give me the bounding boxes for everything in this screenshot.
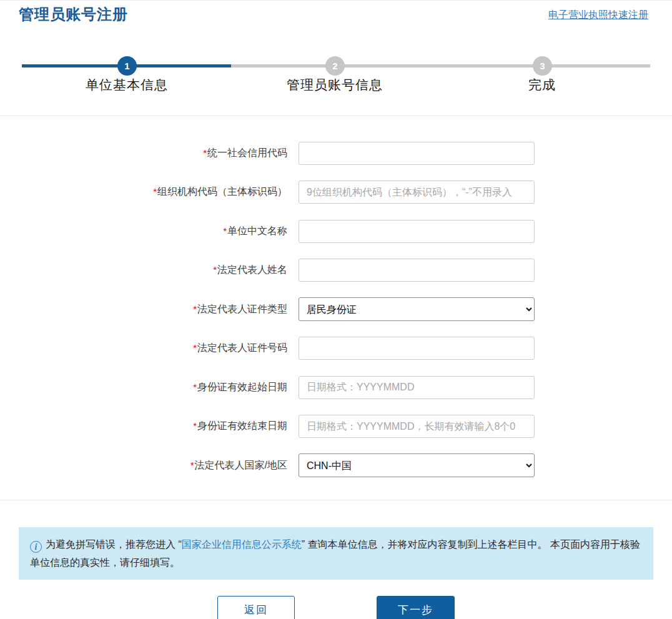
unified-social-credit-code-input[interactable]: [299, 142, 535, 165]
next-button[interactable]: 下一步: [377, 596, 455, 619]
unit-chinese-name-input[interactable]: [299, 220, 535, 243]
unit-info-form: *统一社会信用代码 *组织机构代码（主体标识码） *单位中文名称 *法定代表人姓…: [0, 134, 672, 485]
required-marker: *: [213, 264, 217, 275]
org-code-input[interactable]: [299, 181, 535, 204]
legal-rep-country-select[interactable]: CHN-中国: [299, 453, 535, 477]
field-row-legal-rep-id-type: *法定代表人证件类型 居民身份证: [0, 290, 672, 329]
step-3-indicator: 3: [533, 56, 552, 76]
step-2-indicator: 2: [325, 56, 345, 76]
field-row-legal-rep-name: *法定代表人姓名: [0, 251, 672, 290]
quick-register-link[interactable]: 电子营业执照快速注册: [548, 9, 648, 22]
required-marker: *: [193, 382, 197, 392]
step-1-indicator: 1: [117, 56, 137, 76]
field-row-org-code: *组织机构代码（主体标识码）: [0, 173, 672, 212]
step-3-number: 3: [540, 61, 545, 71]
field-label: *身份证有效结束日期: [0, 420, 287, 433]
step-3-label: 完成: [448, 76, 636, 94]
step-2-label: 管理员账号信息: [241, 76, 428, 94]
registration-page: 管理员账号注册 电子营业执照快速注册 1 2 3 单位基本信息 管理员账号信息 …: [0, 0, 672, 619]
required-marker: *: [190, 460, 194, 470]
form-divider: [0, 500, 672, 500]
header-divider: [0, 116, 672, 116]
field-label: *单位中文名称: [0, 225, 287, 238]
required-marker: *: [153, 186, 157, 197]
notice-text-before: 为避免拼写错误，推荐您进入 “: [46, 539, 182, 550]
field-label: *法定代表人证件类型: [0, 303, 287, 316]
legal-rep-id-number-input[interactable]: [299, 337, 535, 360]
field-label: *法定代表人姓名: [0, 264, 287, 277]
field-row-id-valid-start-date: *身份证有效起始日期: [0, 368, 672, 407]
legal-rep-name-input[interactable]: [299, 259, 535, 282]
field-label: *法定代表人证件号码: [0, 342, 287, 355]
required-marker: *: [193, 304, 197, 314]
id-valid-end-date-input[interactable]: [299, 415, 535, 438]
back-button[interactable]: 返回: [217, 596, 295, 619]
field-row-legal-rep-id-number: *法定代表人证件号码: [0, 329, 672, 369]
info-icon: i: [30, 541, 42, 553]
step-1-number: 1: [124, 61, 129, 71]
required-marker: *: [203, 147, 207, 158]
step-1-label: 单位基本信息: [33, 76, 220, 94]
field-row-unified-social-credit-code: *统一社会信用代码: [0, 134, 672, 173]
field-label: *法定代表人国家/地区: [0, 459, 287, 472]
field-label: *组织机构代码（主体标识码）: [0, 186, 287, 199]
notice-banner: i为避免拼写错误，推荐您进入 “国家企业信用信息公示系统” 查询本单位信息，并将…: [19, 527, 653, 580]
required-marker: *: [193, 342, 197, 353]
required-marker: *: [193, 420, 197, 431]
field-label: *身份证有效起始日期: [0, 381, 287, 394]
step-2-number: 2: [332, 61, 337, 71]
field-row-unit-name: *单位中文名称: [0, 212, 672, 251]
credit-system-link[interactable]: 国家企业信用信息公示系统: [182, 539, 302, 550]
id-valid-start-date-input[interactable]: [299, 376, 535, 399]
legal-rep-id-type-select[interactable]: 居民身份证: [299, 297, 535, 321]
field-row-id-valid-end-date: *身份证有效结束日期: [0, 407, 672, 447]
required-marker: *: [223, 225, 227, 236]
field-row-legal-rep-country: *法定代表人国家/地区 CHN-中国: [0, 446, 672, 485]
page-title: 管理员账号注册: [19, 4, 128, 24]
field-label: *统一社会信用代码: [0, 147, 287, 160]
